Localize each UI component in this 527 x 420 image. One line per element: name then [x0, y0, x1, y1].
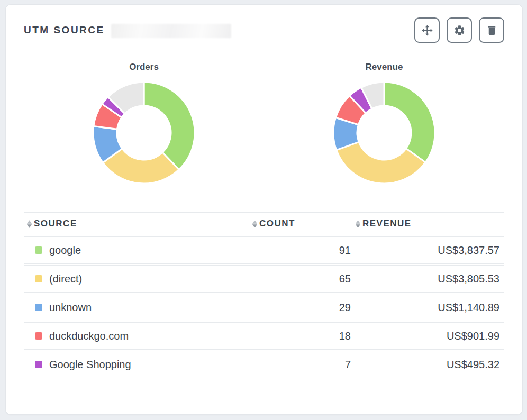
move-icon [421, 24, 433, 36]
source-label: google [49, 244, 81, 257]
trash-icon [486, 24, 498, 36]
source-cell: google [24, 244, 250, 257]
source-label: (direct) [49, 273, 82, 285]
revenue-donut-chart[interactable] [331, 80, 437, 186]
table-row: duckduckgo.com 18 US$901.99 [24, 322, 504, 350]
revenue-cell: US$495.32 [353, 359, 504, 371]
sort-arrows-icon [355, 220, 361, 228]
source-cell: (direct) [24, 273, 250, 285]
gear-icon [453, 24, 466, 36]
column-header-revenue[interactable]: REVENUE [353, 218, 504, 229]
count-cell: 29 [250, 302, 353, 314]
series-color-swatch [35, 246, 42, 254]
widget-header: UTM SOURCE [24, 5, 504, 45]
source-cell: unknown [24, 302, 250, 314]
column-header-count[interactable]: COUNT [250, 218, 353, 229]
count-cell: 18 [250, 330, 353, 342]
utm-source-table: SOURCE COUNT REVENUE google 9 [24, 212, 504, 378]
move-widget-button[interactable] [414, 17, 440, 43]
table-body: google 91 US$3,837.57 (direct) 65 US$3,8… [24, 236, 504, 378]
series-color-swatch [35, 304, 42, 311]
source-label: unknown [49, 302, 92, 314]
donut-segment-google[interactable] [144, 82, 195, 170]
source-cell: duckduckgo.com [24, 330, 250, 342]
revenue-chart-title: Revenue [366, 62, 403, 72]
widget-toolbar [414, 17, 504, 43]
column-header-source[interactable]: SOURCE [24, 218, 250, 229]
count-cell: 91 [250, 244, 353, 257]
utm-source-widget: UTM SOURCE Orders [5, 4, 523, 415]
series-color-swatch [35, 332, 42, 340]
count-cell: 7 [250, 359, 353, 371]
source-label: duckduckgo.com [49, 330, 129, 342]
table-row: unknown 29 US$1,140.89 [24, 294, 504, 321]
orders-donut-chart[interactable] [91, 80, 197, 186]
orders-chart: Orders [24, 62, 264, 186]
charts-row: Orders Revenue [24, 62, 504, 186]
table-header-row: SOURCE COUNT REVENUE [24, 212, 504, 235]
table-row: google 91 US$3,837.57 [24, 236, 504, 264]
revenue-cell: US$3,805.53 [353, 273, 504, 285]
settings-widget-button[interactable] [447, 17, 472, 43]
source-cell: Google Shopping [24, 359, 250, 371]
revenue-cell: US$901.99 [353, 330, 504, 342]
count-cell: 65 [250, 273, 353, 285]
delete-widget-button[interactable] [479, 17, 504, 43]
sort-arrows-icon [252, 220, 258, 228]
table-row: Google Shopping 7 US$495.32 [24, 351, 504, 378]
source-label: Google Shopping [49, 359, 131, 371]
orders-chart-title: Orders [129, 62, 159, 72]
widget-title: UTM SOURCE [24, 24, 105, 36]
series-color-swatch [35, 275, 42, 282]
redacted-text-blur [111, 24, 231, 38]
revenue-cell: US$3,837.57 [353, 244, 504, 257]
table-row: (direct) 65 US$3,805.53 [24, 265, 504, 293]
revenue-cell: US$1,140.89 [353, 302, 504, 314]
sort-arrows-icon [26, 220, 32, 228]
revenue-chart: Revenue [264, 62, 504, 186]
series-color-swatch [35, 361, 42, 368]
